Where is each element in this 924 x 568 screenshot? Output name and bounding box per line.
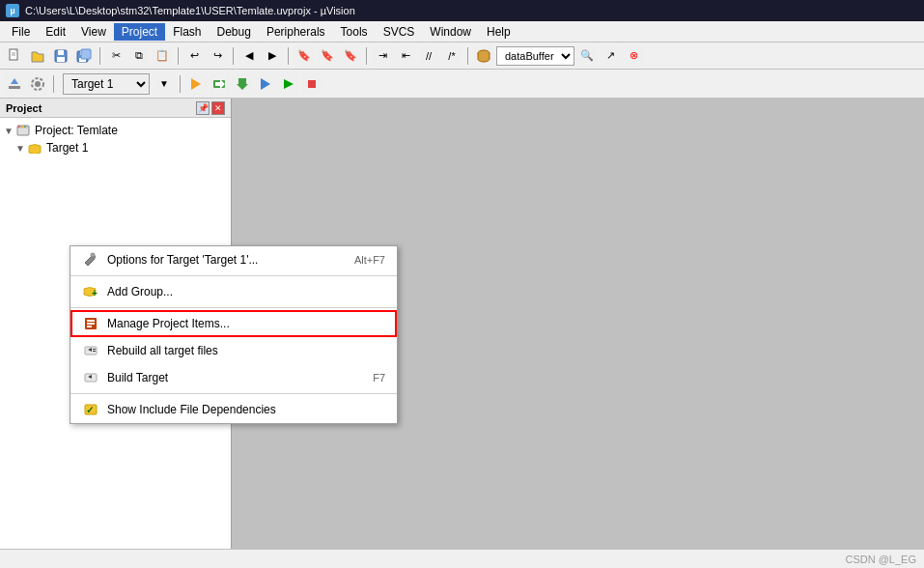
tree-item-project[interactable]: ▼ Project: Temlate [0,122,231,139]
svg-text:+: + [92,288,98,298]
toolbar2: Target 1 ▼ [0,70,924,99]
ctx-options-shortcut: Alt+F7 [354,254,385,266]
ctx-sep2 [70,307,397,308]
svg-rect-32 [87,326,92,327]
app-icon: µ [6,4,19,17]
load-button[interactable] [4,73,25,95]
svg-rect-1 [15,49,17,51]
ctx-rebuild[interactable]: Rebuild all target files [70,337,397,364]
symbol-dropdown[interactable]: dataBuffer [496,46,574,66]
new-button[interactable] [4,45,25,67]
forward-button[interactable]: ▶ [262,45,283,67]
menu-bar: File Edit View Project Flash Debug Perip… [0,21,924,43]
context-menu: Options for Target 'Target 1'... Alt+F7 … [70,245,398,424]
menu-debug[interactable]: Debug [210,23,259,41]
ctx-addgroup[interactable]: + Add Group... [70,278,397,305]
svg-marker-21 [284,79,294,89]
panel-controls: 📌 ✕ [196,101,225,115]
outdent-button[interactable]: ⇤ [395,45,416,67]
sep2 [178,47,179,65]
bk1-button[interactable]: 🔖 [294,45,315,67]
menu-view[interactable]: View [73,23,114,41]
svg-rect-5 [58,50,64,55]
expand-target: ▼ [15,143,27,154]
toolbar1: ✂ ⧉ 📋 ↩ ↪ ◀ ▶ 🔖 🔖 🔖 ⇥ ⇤ // /* dataBuffer… [0,43,924,70]
indent-button[interactable]: ⇥ [372,45,393,67]
comment2-button[interactable]: /* [441,45,462,67]
sep5 [366,47,367,65]
rebuild-icon [82,342,99,359]
build-tb-button[interactable] [185,73,207,95]
panel-close-button[interactable]: ✕ [211,101,225,115]
svg-rect-31 [87,323,95,325]
ctx-showinclude[interactable]: ✓ Show Include File Dependencies [70,396,397,423]
project-panel: Project 📌 ✕ ▼ Project: T [0,99,232,549]
menu-file[interactable]: File [4,23,38,41]
menu-tools[interactable]: Tools [333,23,376,41]
check-icon: ✓ [82,401,99,418]
menu-edit[interactable]: Edit [38,23,73,41]
project-node-icon [15,123,31,138]
ctx-build[interactable]: Build Target F7 [70,364,397,391]
menu-help[interactable]: Help [479,23,518,41]
saveall-button[interactable] [73,45,95,67]
ctx-rebuild-label: Rebuild all target files [107,344,378,357]
status-bar: CSDN @L_EG [0,549,924,568]
target-settings-button[interactable]: ▼ [154,73,175,95]
menu-peripherals[interactable]: Peripherals [259,23,333,41]
title-bar: µ C:\Users\L\Desktop\stm32\Template1\USE… [0,0,924,21]
svg-marker-13 [11,78,18,84]
download-button[interactable] [232,73,253,95]
rebuild-tb-button[interactable] [209,73,230,95]
svg-point-27 [91,253,95,257]
menu-svcs[interactable]: SVCS [376,23,423,41]
bk2-button[interactable]: 🔖 [317,45,338,67]
target-combo: Target 1 ▼ [63,73,175,95]
watermark-text: CSDN @L_EG [845,554,916,565]
menu-flash[interactable]: Flash [165,23,209,41]
sep7 [53,75,54,93]
ctx-options-label: Options for Target 'Target 1'... [107,253,347,267]
db-icon [473,45,494,67]
ctx-manage[interactable]: Manage Project Items... [70,310,397,337]
project-panel-header: Project 📌 ✕ [0,99,231,118]
sep1 [99,47,100,65]
tree-item-target[interactable]: ▼ Target 1 [0,139,231,156]
run-button[interactable] [278,73,299,95]
panel-pin-button[interactable]: 📌 [196,101,210,115]
redo-button[interactable]: ↪ [207,45,228,67]
open-button[interactable] [27,45,48,67]
copy-button[interactable]: ⧉ [128,45,150,67]
menu-project[interactable]: Project [114,23,165,41]
svg-point-14 [35,81,41,87]
search-button[interactable]: 🔍 [576,45,598,67]
svg-rect-12 [9,86,20,89]
svg-marker-20 [261,78,270,90]
bk3-button[interactable]: 🔖 [340,45,361,67]
menu-window[interactable]: Window [422,23,479,41]
target-node-icon [27,140,42,156]
main-layout: Project 📌 ✕ ▼ Project: T [0,99,924,549]
svg-point-24 [18,126,20,128]
title-text: C:\Users\L\Desktop\stm32\Template1\USER\… [25,5,355,16]
stop-button[interactable] [301,73,322,95]
ctx-sep1 [70,275,397,276]
paste-button[interactable]: 📋 [152,45,173,67]
svg-rect-10 [81,49,91,59]
target-select[interactable]: Target 1 [63,73,150,95]
stop-circle-button[interactable]: ⊗ [623,45,644,67]
addgroup-icon: + [82,283,99,300]
ctx-options[interactable]: Options for Target 'Target 1'... Alt+F7 [70,246,397,273]
undo-button[interactable]: ↩ [183,45,205,67]
debug-button[interactable] [255,73,276,95]
comment1-button[interactable]: // [418,45,439,67]
back-button[interactable]: ◀ [238,45,260,67]
nav-button[interactable]: ↗ [600,45,621,67]
settings-button[interactable] [27,73,48,95]
svg-text:✓: ✓ [86,405,94,415]
save-button[interactable] [50,45,71,67]
ctx-build-label: Build Target [107,371,365,384]
expand-project: ▼ [4,126,15,136]
ctx-sep3 [70,393,397,394]
cut-button[interactable]: ✂ [105,45,126,67]
